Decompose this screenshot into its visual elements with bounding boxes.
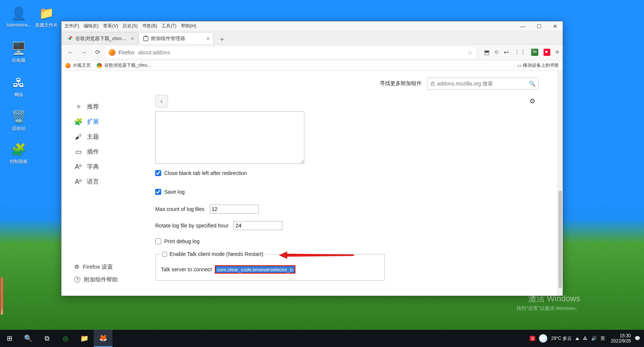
page-scrollbar[interactable] <box>557 71 563 296</box>
window-maximize-button[interactable]: ☐ <box>535 23 544 29</box>
menu-edit[interactable]: 编辑(E) <box>84 23 99 29</box>
notifications-tray-icon[interactable]: 💬 <box>635 336 640 341</box>
menu-file[interactable]: 文件(F) <box>64 23 79 29</box>
mobile-bookmarks-link[interactable]: ▭ 移动设备上的书签 <box>517 62 559 69</box>
site-identity-label: Firefox <box>118 49 135 55</box>
sidebar-item-extensions[interactable]: 🧩 扩展 <box>71 114 149 129</box>
tab-addons-manager[interactable]: 附加组件管理器 × <box>139 32 214 44</box>
tab-chrome-download[interactable]: 谷歌浏览器下载_chrome浏览器 × <box>63 32 138 44</box>
bookmark-chrome-download[interactable]: 谷歌浏览器下载_chro... <box>97 62 151 69</box>
firefox-settings-link[interactable]: ⚙ Firefox 设置 <box>71 260 149 273</box>
start-button[interactable]: ⊞ <box>0 330 19 347</box>
enable-talk-client-label: Enable Talk client mode (Needs Restart) <box>169 251 263 257</box>
tab-label: 附加组件管理器 <box>151 35 204 42</box>
rotate-log-hour-input[interactable] <box>234 221 282 230</box>
talk-client-fieldset: Enable Talk client mode (Needs Restart) … <box>155 251 385 281</box>
addons-search-input[interactable] <box>430 81 527 87</box>
addons-help-link[interactable]: ? 附加组件帮助 <box>71 273 149 286</box>
taskbar-app-explorer[interactable]: 📁 <box>75 330 94 347</box>
sidebar-item-languages[interactable]: Aᵒ 语言 <box>71 174 149 189</box>
watermark-line1: 激活 Windows <box>517 294 580 304</box>
sidebar-item-themes[interactable]: 🖌 主题 <box>71 129 149 144</box>
task-view-button[interactable]: ⧉ <box>37 330 56 347</box>
chrome-bookmark-icon <box>97 63 102 68</box>
hamburger-menu-icon[interactable]: ≡ <box>556 49 559 56</box>
address-bar[interactable]: Firefox about:addons ☆ <box>106 47 476 58</box>
mobile-bookmarks-icon: ▭ <box>517 63 521 68</box>
window-close-button[interactable]: ✕ <box>551 23 560 29</box>
bookmark-star-icon[interactable]: ☆ <box>468 49 473 55</box>
tab-close-icon[interactable]: × <box>207 36 210 42</box>
weather-icon[interactable] <box>539 334 547 343</box>
tag-icon[interactable]: ⎋ <box>495 49 499 56</box>
taskbar-clock[interactable]: 15:30 2022/9/26 <box>611 333 631 344</box>
ime-indicator[interactable]: 英 <box>601 335 605 342</box>
close-blank-tab-checkbox[interactable] <box>155 170 161 176</box>
print-debug-log-checkbox[interactable] <box>155 238 161 244</box>
watermark-line2: 转到"设置"以激活 Windows。 <box>517 304 580 313</box>
max-log-files-input[interactable] <box>210 205 259 214</box>
menu-view[interactable]: 查看(V) <box>103 23 118 29</box>
enable-talk-client-checkbox[interactable] <box>162 252 167 257</box>
bookmark-label: 火狐主页 <box>73 62 91 69</box>
network-tray-icon[interactable]: 🖧 <box>583 336 587 341</box>
bookmark-label: 谷歌浏览器下载_chro... <box>104 62 151 69</box>
sidebar-item-label: 推荐 <box>87 103 99 111</box>
forward-button[interactable]: → <box>79 47 89 58</box>
bookmark-firefox-home[interactable]: 火狐主页 <box>65 62 91 69</box>
administrator-icon[interactable]: 👤Administra... <box>6 5 32 28</box>
scrollbar-thumb[interactable] <box>559 191 562 288</box>
extension-back-button[interactable]: ‹ <box>155 95 168 108</box>
save-log-checkbox[interactable] <box>155 189 161 195</box>
network-icon[interactable]: 🖧网络 <box>6 75 32 97</box>
desktop-icon-label: 新建文件夹 <box>33 22 60 28</box>
talk-server-input[interactable] <box>215 265 295 274</box>
weather-text[interactable]: 29°C 多云 <box>551 335 571 342</box>
reload-button[interactable]: ⟳ <box>92 47 103 58</box>
apps-grid-icon[interactable]: ⋮⋮ <box>514 49 526 56</box>
firefox-bookmark-icon <box>65 63 70 68</box>
back-button[interactable]: ← <box>65 47 76 58</box>
brush-icon: 🖌 <box>74 133 82 141</box>
menu-bar: 文件(F) 编辑(E) 查看(V) 历史(S) 书签(B) 工具(T) 帮助(H… <box>61 21 563 31</box>
menu-help[interactable]: 帮助(H) <box>181 23 196 29</box>
menu-history[interactable]: 历史(S) <box>123 23 138 29</box>
youtube-icon[interactable]: ▶ <box>544 49 550 56</box>
sidebar-item-dictionaries[interactable]: Aᵒ 字典 <box>71 159 149 174</box>
tab-close-icon[interactable]: × <box>131 36 134 42</box>
volume-tray-icon[interactable]: 🔊 <box>591 336 597 341</box>
new-folder-icon-glyph: 📁 <box>39 5 54 21</box>
new-folder-icon[interactable]: 📁新建文件夹 <box>33 5 60 28</box>
menu-bookmarks[interactable]: 书签(B) <box>142 23 157 29</box>
network-icon-glyph: 🖧 <box>11 75 27 91</box>
activate-windows-watermark: 激活 Windows 转到"设置"以激活 Windows。 <box>517 294 580 313</box>
administrator-icon-glyph: 👤 <box>11 5 27 21</box>
taskbar-search-button[interactable]: 🔍 <box>19 330 37 347</box>
sogou-ime-icon[interactable]: S <box>530 336 535 341</box>
desktop-icon-label: 网络 <box>6 92 32 97</box>
se-badge-icon[interactable]: Se <box>531 49 538 56</box>
desktop-icon-label: 此电脑 <box>6 58 32 63</box>
control-panel-icon[interactable]: 🧩控制面板 <box>6 142 32 164</box>
taskbar-app-firefox[interactable]: 🦊 <box>94 330 112 347</box>
addons-search-box[interactable]: 🔍 <box>427 78 539 90</box>
side-action-label: 附加组件帮助 <box>84 276 118 283</box>
tray-chevron-up-icon[interactable] <box>575 337 579 340</box>
sidebar-item-recommend[interactable]: ✧ 推荐 <box>71 99 149 114</box>
rules-textarea[interactable] <box>155 111 304 164</box>
this-pc-icon[interactable]: 🖥️此电脑 <box>6 40 32 63</box>
undo-close-tab-icon[interactable]: ↩ <box>504 49 509 56</box>
extension-gear-button[interactable]: ⚙ <box>526 95 539 108</box>
save-log-label: Save log <box>164 189 184 195</box>
pocket-icon[interactable]: ⬒ <box>484 49 490 56</box>
window-minimize-button[interactable]: — <box>518 23 528 29</box>
control-panel-icon-glyph: 🧩 <box>11 142 27 157</box>
new-tab-button[interactable]: ＋ <box>217 34 227 44</box>
sidebar-item-label: 字典 <box>87 163 99 171</box>
sidebar-item-plugins[interactable]: ▭ 插件 <box>71 144 149 159</box>
menu-tools[interactable]: 工具(T) <box>162 23 176 29</box>
taskbar-app-wechat[interactable]: ◎ <box>56 330 75 347</box>
recycle-bin-icon[interactable]: 🗑️回收站 <box>6 109 32 131</box>
mobile-bookmarks-label: 移动设备上的书签 <box>523 62 559 69</box>
dictionary-icon: Aᵒ <box>74 163 82 171</box>
